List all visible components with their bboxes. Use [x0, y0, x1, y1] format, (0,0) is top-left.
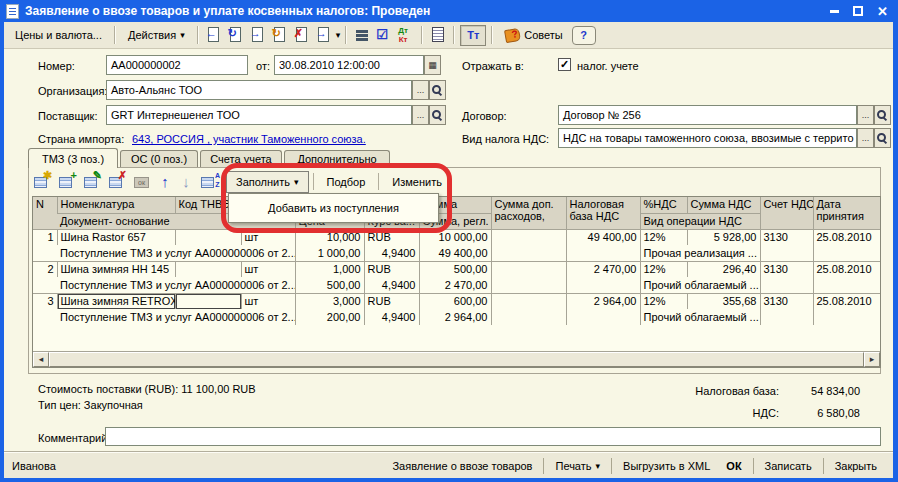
- vat-kind-open-button[interactable]: [874, 128, 891, 148]
- reflect-in-label: Отражать в:: [462, 60, 524, 72]
- table-row-selected: 3 Шина зимняя RETROX шт 3,000 RUB 600,00…: [33, 293, 880, 309]
- menu-item-add-from-receipt[interactable]: Добавить из поступления: [268, 202, 399, 214]
- dt-kt-icon[interactable]: ДтКт: [396, 25, 416, 45]
- post-document-icon[interactable]: ↻: [270, 25, 290, 45]
- previous-document-icon[interactable]: ←: [204, 25, 224, 45]
- tab-os[interactable]: ОС (0 поз.): [120, 150, 198, 167]
- author-text: Иванова: [12, 460, 56, 472]
- number-input[interactable]: АА000000002: [106, 55, 248, 75]
- move-up-icon[interactable]: ↑: [157, 173, 173, 190]
- tab-tmz[interactable]: ТМЗ (3 поз.): [28, 148, 118, 168]
- table-row-detail: Поступление ТМЗ и услуг АА000000006 от 2…: [33, 245, 880, 261]
- supplier-select-button[interactable]: ...: [412, 105, 429, 125]
- col-n: N: [33, 197, 57, 229]
- magnifier-icon: [432, 85, 443, 96]
- table-row: 1 Шина Rastor 657 шт 10,000 RUB 10 000,0…: [33, 229, 880, 245]
- col-vat-base: Налоговая база НДС: [566, 197, 640, 229]
- export-xml-button[interactable]: Выгрузить в XML: [615, 457, 718, 475]
- contract-open-button[interactable]: [874, 105, 891, 125]
- contract-select-button[interactable]: ...: [857, 105, 874, 125]
- vat-total-value: 6 580,08: [784, 407, 860, 419]
- document-movements-icon[interactable]: [352, 25, 372, 45]
- maximize-button[interactable]: [853, 6, 863, 16]
- tax-base-label: Налоговая база:: [604, 385, 779, 397]
- table-row-detail: Поступление ТМЗ и услуг АА000000006 от 2…: [33, 277, 880, 293]
- document-report-icon[interactable]: [428, 25, 448, 45]
- date-label: от:: [256, 60, 270, 72]
- magnifier-icon: [877, 110, 888, 121]
- actions-button[interactable]: Действия▾: [121, 26, 192, 44]
- organization-input[interactable]: Авто-Альянс ТОО: [106, 80, 412, 100]
- calendar-button[interactable]: ▦: [424, 55, 441, 75]
- grid-action-buttons: Заполнить▾ Подбор Изменить: [226, 169, 451, 194]
- move-down-icon[interactable]: ↓: [178, 173, 194, 190]
- chevron-down-icon[interactable]: ▾: [336, 30, 341, 40]
- col-nomenclature: Номенклатура: [57, 197, 175, 213]
- description-toggle-button[interactable]: Тт: [460, 25, 486, 46]
- supplier-open-button[interactable]: [429, 105, 446, 125]
- toolbar-separator: [491, 26, 493, 44]
- pick-button[interactable]: Подбор: [318, 172, 375, 192]
- table-row: 2 Шина зимняя НН 145 шт 1,000 RUB 500,00…: [33, 261, 880, 277]
- unpost-document-icon[interactable]: ✗: [292, 25, 312, 45]
- copy-row-icon[interactable]: +: [57, 172, 77, 191]
- add-row-icon[interactable]: ✱: [32, 172, 52, 191]
- refresh-document-icon[interactable]: ↻: [226, 25, 246, 45]
- close-form-button[interactable]: Закрыть: [827, 457, 885, 475]
- scroll-left-button[interactable]: ◂: [33, 352, 49, 367]
- contract-input[interactable]: Договор № 256: [558, 105, 857, 125]
- delete-row-icon[interactable]: ✗: [107, 172, 127, 191]
- vat-kind-label: Вид налога НДС:: [462, 133, 549, 145]
- fill-button[interactable]: Заполнить▾: [226, 171, 309, 193]
- supplier-input[interactable]: GRT Интернешенел ТОО: [106, 105, 412, 125]
- print-button[interactable]: Печать▾: [547, 457, 608, 475]
- chevron-down-icon: ▾: [596, 461, 601, 471]
- col-extra-costs: Сумма доп. расходов,: [491, 197, 566, 229]
- ok-button[interactable]: ОК: [718, 457, 749, 475]
- col-vat-account: Счет НДС: [760, 197, 813, 229]
- tab-additional[interactable]: Дополнительно: [284, 150, 390, 167]
- next-document-icon[interactable]: →: [248, 25, 268, 45]
- table-header-row-2: Документ- основание Цена Курс ва... Сумм…: [33, 213, 880, 229]
- prices-currency-button[interactable]: Цены и валюта...: [8, 26, 109, 44]
- change-button[interactable]: Изменить: [383, 172, 451, 192]
- document-icon: [6, 4, 19, 19]
- date-input[interactable]: 30.08.2010 12:00:00: [274, 55, 424, 75]
- chevron-down-icon: ▾: [294, 177, 299, 187]
- create-based-on-icon[interactable]: →: [314, 25, 334, 45]
- document-type-button[interactable]: Заявление о ввозе товаров: [384, 457, 540, 475]
- import-country-link[interactable]: 643, РОССИЯ , участник Таможенного союза…: [132, 133, 366, 145]
- scrollbar-thumb[interactable]: [49, 352, 864, 367]
- end-edit-icon[interactable]: ок: [132, 172, 152, 191]
- col-vat-operation: Вид операции НДС: [640, 213, 760, 229]
- minimize-button[interactable]: [830, 10, 839, 13]
- sort-ascending-icon[interactable]: AZ: [199, 172, 219, 191]
- scroll-right-button[interactable]: ▸: [864, 352, 880, 367]
- organization-select-button[interactable]: ...: [412, 80, 429, 100]
- settings-checklist-icon[interactable]: ☑: [374, 25, 394, 45]
- edit-row-icon[interactable]: ✎: [82, 172, 102, 191]
- tax-accounting-checkbox[interactable]: ✓: [558, 58, 571, 71]
- tips-button[interactable]: ? Советы: [498, 26, 569, 45]
- horizontal-scrollbar[interactable]: ◂ ▸: [33, 351, 880, 367]
- save-button[interactable]: Записать: [757, 457, 820, 475]
- organization-open-button[interactable]: [429, 80, 446, 100]
- main-toolbar: Цены и валюта... Действия▾ ← ↻ → ↻ ✗ → ▾…: [4, 22, 893, 49]
- vat-kind-select-button[interactable]: ...: [857, 128, 874, 148]
- vat-kind-input[interactable]: НДС на товары таможенного союза, ввозимы…: [558, 128, 857, 148]
- toolbar-separator: [345, 26, 347, 44]
- comment-input[interactable]: [105, 427, 881, 446]
- title-bar: Заявление о ввозе товаров и уплате косве…: [0, 0, 898, 22]
- toolbar-separator: [421, 26, 423, 44]
- help-button[interactable]: ?: [572, 26, 596, 45]
- tab-accounts[interactable]: Счета учета: [200, 150, 282, 167]
- status-bar: Иванова Заявление о ввозе товаров Печать…: [4, 452, 893, 478]
- close-button[interactable]: ✕: [877, 5, 888, 18]
- import-country-label: Страна импорта:: [38, 133, 124, 145]
- number-label: Номер:: [38, 60, 75, 72]
- calendar-icon: ▦: [428, 60, 437, 70]
- delivery-cost-text: Стоимость поставки (RUB): 11 100,00 RUB: [38, 383, 256, 395]
- active-cell[interactable]: Шина зимняя RETROX: [57, 293, 175, 309]
- chevron-down-icon: ▾: [180, 30, 185, 40]
- table-header-row-1: N Номенклатура Код ТНВЭД Сумма Сумма доп…: [33, 197, 880, 213]
